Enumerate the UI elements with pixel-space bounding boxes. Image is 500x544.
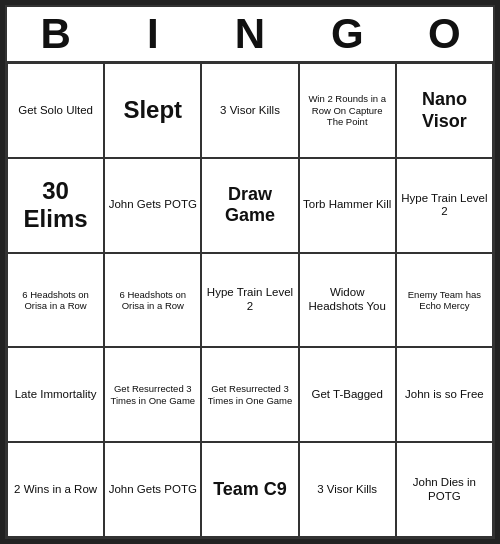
bingo-cell-0[interactable]: Get Solo Ulted xyxy=(7,63,104,158)
bingo-cell-8[interactable]: Torb Hammer Kill xyxy=(299,158,396,253)
letter-b: B xyxy=(7,7,104,61)
bingo-header: B I N G O xyxy=(7,7,493,61)
bingo-cell-14[interactable]: Enemy Team has Echo Mercy xyxy=(396,253,493,348)
bingo-cell-7[interactable]: Draw Game xyxy=(201,158,298,253)
letter-o: O xyxy=(396,7,493,61)
bingo-cell-2[interactable]: 3 Visor Kills xyxy=(201,63,298,158)
bingo-cell-23[interactable]: 3 Visor Kills xyxy=(299,442,396,537)
bingo-cell-19[interactable]: John is so Free xyxy=(396,347,493,442)
bingo-cell-10[interactable]: 6 Headshots on Orisa in a Row xyxy=(7,253,104,348)
letter-i: I xyxy=(104,7,201,61)
bingo-cell-6[interactable]: John Gets POTG xyxy=(104,158,201,253)
bingo-cell-3[interactable]: Win 2 Rounds in a Row On Capture The Poi… xyxy=(299,63,396,158)
bingo-cell-4[interactable]: Nano Visor xyxy=(396,63,493,158)
bingo-cell-5[interactable]: 30 Elims xyxy=(7,158,104,253)
bingo-grid: Get Solo UltedSlept3 Visor KillsWin 2 Ro… xyxy=(7,61,493,537)
bingo-cell-1[interactable]: Slept xyxy=(104,63,201,158)
bingo-cell-12[interactable]: Hype Train Level 2 xyxy=(201,253,298,348)
letter-n: N xyxy=(201,7,298,61)
bingo-cell-11[interactable]: 6 Headshots on Orisa in a Row xyxy=(104,253,201,348)
bingo-cell-15[interactable]: Late Immortality xyxy=(7,347,104,442)
bingo-cell-18[interactable]: Get T-Bagged xyxy=(299,347,396,442)
bingo-cell-16[interactable]: Get Resurrected 3 Times in One Game xyxy=(104,347,201,442)
bingo-cell-24[interactable]: John Dies in POTG xyxy=(396,442,493,537)
bingo-cell-13[interactable]: Widow Headshots You xyxy=(299,253,396,348)
letter-g: G xyxy=(299,7,396,61)
bingo-cell-20[interactable]: 2 Wins in a Row xyxy=(7,442,104,537)
bingo-card: B I N G O Get Solo UltedSlept3 Visor Kil… xyxy=(5,5,495,539)
bingo-cell-17[interactable]: Get Resurrected 3 Times in One Game xyxy=(201,347,298,442)
bingo-cell-21[interactable]: John Gets POTG xyxy=(104,442,201,537)
bingo-cell-22[interactable]: Team C9 xyxy=(201,442,298,537)
bingo-cell-9[interactable]: Hype Train Level 2 xyxy=(396,158,493,253)
